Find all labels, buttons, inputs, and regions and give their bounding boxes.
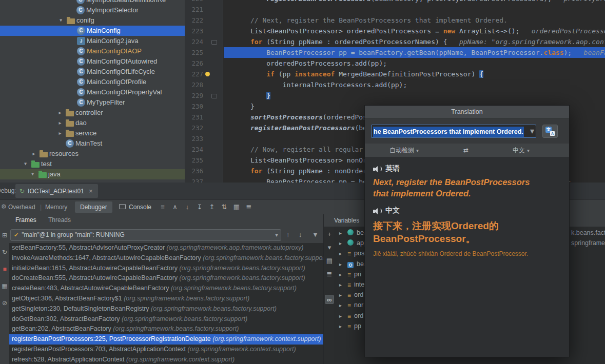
step-over-icon[interactable]: ↓ (181, 201, 193, 213)
step-out-icon[interactable]: ↥ (206, 201, 218, 213)
variables-view-options-icon[interactable]: ≣ (325, 270, 334, 278)
tree-item-MainConfig2.java[interactable]: JMainConfig2.java (0, 36, 185, 46)
expand-arrow-icon[interactable]: ▸ (339, 300, 344, 311)
line-number[interactable]: 224 (185, 36, 203, 47)
debugger-settings-icon[interactable]: ≣ (243, 201, 255, 213)
close-icon[interactable]: × (89, 187, 93, 195)
frame-up-icon[interactable]: ↑ (286, 231, 290, 238)
tree-item-MainConfig[interactable]: CMainConfig (0, 26, 185, 36)
input-dropdown-icon[interactable]: ▾ (530, 125, 534, 137)
line-number[interactable]: 230 (185, 101, 203, 112)
fold-marker-icon[interactable] (211, 40, 217, 45)
line-number[interactable]: 223 (185, 26, 203, 36)
stack-frame[interactable]: getObject:306, AbstractBeanFactory$1 (or… (9, 294, 323, 304)
line-number[interactable]: 231 (185, 112, 203, 123)
line-number[interactable]: 226 (185, 58, 203, 69)
stack-frame[interactable]: registerBeanPostProcessors:225, PostProc… (9, 334, 323, 345)
expand-arrow-icon[interactable]: ▸ (57, 118, 63, 128)
collapse-frames-icon[interactable]: ∧ (169, 201, 181, 213)
line-number[interactable]: 233 (185, 133, 203, 144)
stack-frame[interactable]: getBean:202, AbstractBeanFactory (org.sp… (9, 324, 323, 334)
thread-selector[interactable]: ✔"main"@1 in group "main": RUNNING ▾ (10, 229, 281, 241)
tree-item-MyImportBeanDefinitionRe[interactable]: CMyImportBeanDefinitionRe (0, 0, 185, 5)
expand-arrow-icon[interactable]: ▸ (339, 228, 344, 238)
line-number[interactable]: 232 (185, 123, 203, 133)
line-number[interactable]: 222 (185, 15, 203, 26)
line-number[interactable]: 235 (185, 155, 203, 166)
translation-input[interactable]: he BeanPostProcessors that implement Ord… (371, 125, 536, 138)
overhead-link[interactable]: Overhead (8, 204, 35, 211)
tree-item-MainConfigOfAOP[interactable]: CMainConfigOfAOP (0, 46, 185, 56)
tree-item-conifg[interactable]: ▸conifg (0, 15, 185, 26)
expand-arrow-icon[interactable]: ▸ (21, 161, 31, 167)
tree-item-MainConfigOfLifeCycle[interactable]: CMainConfigOfLifeCycle (0, 67, 185, 77)
expand-arrow-icon[interactable]: ▸ (339, 280, 344, 290)
expand-arrow-icon[interactable]: ▸ (339, 270, 344, 280)
tree-item-service[interactable]: ▸service (0, 128, 185, 138)
expand-arrow-icon[interactable]: ▸ (31, 149, 37, 159)
translate-button[interactable]: 文A (542, 125, 558, 138)
expand-arrow-icon[interactable]: ▸ (339, 259, 344, 270)
tree-item-MainTest[interactable]: CMainTest (0, 138, 185, 149)
tab-frames[interactable]: Frames (13, 216, 38, 224)
line-number[interactable]: 220 (185, 0, 203, 4)
line-number[interactable]: 234 (185, 144, 203, 155)
evaluate-expression-icon[interactable]: ∞ (325, 295, 334, 304)
expand-arrow-icon[interactable]: ▸ (339, 290, 344, 300)
line-number[interactable]: 236 (185, 166, 203, 176)
tree-item-MyTypeFilter[interactable]: CMyTypeFilter (0, 97, 185, 108)
stack-frame[interactable]: createBean:483, AbstractAutowireCapableB… (9, 284, 323, 294)
line-number[interactable]: 225 (185, 47, 203, 58)
speaker-icon[interactable] (373, 208, 381, 214)
stack-frame[interactable]: doCreateBean:555, AbstractAutowireCapabl… (9, 273, 323, 284)
expand-arrow-icon[interactable]: ▸ (56, 17, 66, 24)
resume-icon[interactable]: ↻ (1, 249, 9, 256)
swap-languages-icon[interactable]: ⇄ (463, 144, 469, 157)
memory-link[interactable]: Memory (45, 204, 67, 211)
stack-frame[interactable]: registerBeanPostProcessors:703, Abstract… (9, 345, 323, 355)
fold-marker-icon[interactable] (211, 94, 217, 98)
restore-layout-icon[interactable]: ▦ (1, 282, 9, 290)
tree-item-controller[interactable]: ▸controller (0, 108, 185, 118)
speaker-icon[interactable] (373, 166, 381, 172)
expand-arrow-icon[interactable]: ▸ (339, 311, 344, 321)
popup-title-bar[interactable]: Translation (365, 106, 569, 119)
line-number[interactable]: 237 (185, 176, 203, 183)
line-number[interactable]: 221 (185, 4, 203, 15)
chevron-down-icon[interactable]: ▾ (275, 230, 278, 240)
tab-threads[interactable]: Threads (46, 216, 73, 224)
new-watch-icon[interactable]: + (325, 230, 334, 238)
stop-icon[interactable]: ■ (1, 266, 9, 273)
tree-item-MainConfigOfProfile[interactable]: CMainConfigOfProfile (0, 77, 185, 87)
tab-debugger[interactable]: Debugger (75, 201, 112, 213)
tree-item-resources[interactable]: ▸resources (0, 149, 185, 159)
frame-down-icon[interactable]: ↓ (299, 231, 302, 238)
mute-breakpoints-icon[interactable]: ⊘ (1, 299, 9, 307)
view-options-icon[interactable]: ≡ (157, 201, 169, 213)
expand-arrow-icon[interactable]: ▸ (339, 238, 344, 249)
source-language-select[interactable]: 自动检测▾ (389, 144, 419, 157)
expand-arrow-icon[interactable]: ▸ (339, 249, 344, 259)
stack-frame[interactable]: setBeanFactory:55, AbstractAdvisorAutoPr… (9, 243, 323, 253)
stack-frame[interactable]: invokeAwareMethods:1647, AbstractAutowir… (9, 253, 323, 264)
filter-icon[interactable]: ▼ (312, 231, 319, 238)
expand-arrow-icon[interactable]: ▸ (57, 108, 63, 118)
line-number[interactable]: 229 (185, 90, 203, 101)
tree-item-MainConfigOfAutowired[interactable]: CMainConfigOfAutowired (0, 56, 185, 67)
line-number[interactable]: 227 (185, 69, 203, 79)
show-values-icon[interactable]: ▤ (325, 257, 334, 265)
stack-frame[interactable]: getSingleton:230, DefaultSingletonBeanRe… (9, 304, 323, 314)
debug-session-tab[interactable]: ↻IOCTest_AOP.test01× (15, 184, 98, 198)
stack-frame[interactable]: refresh:528, AbstractApplicationContext … (9, 355, 323, 364)
rerun-debug-icon[interactable]: ⊞ (1, 232, 9, 239)
drop-frame-icon[interactable]: ⇅ (218, 201, 230, 213)
tree-item-MainConfigOfPropertyVal[interactable]: CMainConfigOfPropertyVal (0, 87, 185, 97)
layout-grid-icon[interactable]: ▦ (230, 201, 243, 213)
tree-item-java[interactable]: ▸java (0, 169, 185, 179)
stack-frame[interactable]: doGetBean:302, AbstractBeanFactory (org.… (9, 314, 323, 325)
target-language-select[interactable]: 中文▾ (513, 144, 530, 157)
expand-arrow-icon[interactable]: ▸ (339, 321, 344, 332)
gear-icon[interactable]: ⚙ (1, 203, 7, 210)
tree-item-MyImportSelector[interactable]: CMyImportSelector (0, 5, 185, 15)
expand-arrow-icon[interactable]: ▸ (57, 128, 63, 138)
